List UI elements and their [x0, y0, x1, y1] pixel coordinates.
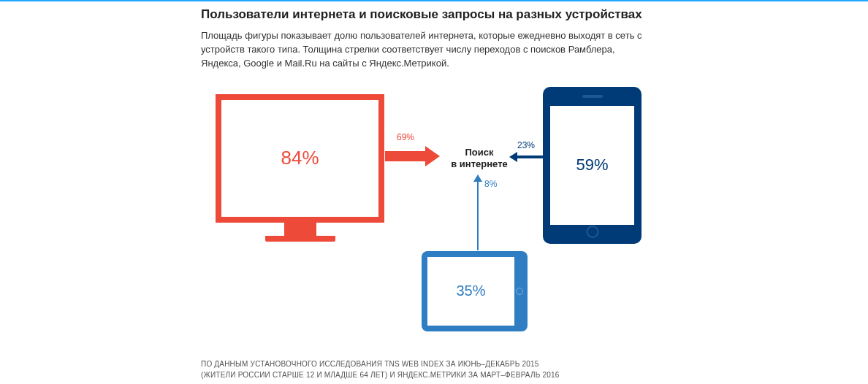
arrow-desktop [385, 146, 443, 166]
desktop-share-label: 84% [281, 147, 319, 169]
phone-speaker [582, 95, 603, 98]
arrow-phone [509, 154, 543, 160]
arrow-tablet-label: 8% [484, 179, 497, 189]
description-text: Площадь фигуры показывает долю пользоват… [201, 29, 654, 71]
arrow-desktop-label: 69% [397, 132, 414, 142]
phone-home-button-icon [586, 226, 598, 238]
center-label: Поиск в интернете [446, 147, 512, 172]
page-title: Пользователи интернета и поисковые запро… [201, 7, 727, 22]
arrow-tablet [476, 174, 480, 250]
footnote-line2: (ЖИТЕЛИ РОССИИ СТАРШЕ 12 И МЛАДШЕ 64 ЛЕТ… [201, 371, 559, 379]
desktop-stand [284, 223, 316, 236]
device-diagram: 84% 69% Поиск в интернете 23% [201, 87, 712, 350]
desktop-screen: 84% [216, 94, 384, 223]
footnote: ПО ДАННЫМ УСТАНОВОЧНОГО ИССЛЕДОВАНИЯ TNS… [201, 358, 727, 380]
phone-share-label: 59% [576, 155, 608, 174]
tablet-share-label: 35% [456, 283, 485, 299]
phone-screen: 59% [550, 106, 634, 225]
arrow-phone-label: 23% [517, 140, 535, 150]
tablet-icon: 35% [422, 251, 528, 331]
desktop-icon: 84% [216, 94, 384, 242]
center-line2: в интернете [451, 158, 508, 169]
desktop-base [265, 236, 335, 242]
tablet-home-button-icon [516, 288, 523, 295]
center-line1: Поиск [465, 147, 493, 158]
page: Пользователи интернета и поисковые запро… [0, 0, 868, 384]
footnote-line1: ПО ДАННЫМ УСТАНОВОЧНОГО ИССЛЕДОВАНИЯ TNS… [201, 360, 539, 368]
phone-icon: 59% [543, 87, 642, 244]
tablet-screen: 35% [427, 257, 514, 326]
content-block: Пользователи интернета и поисковые запро… [201, 7, 727, 380]
